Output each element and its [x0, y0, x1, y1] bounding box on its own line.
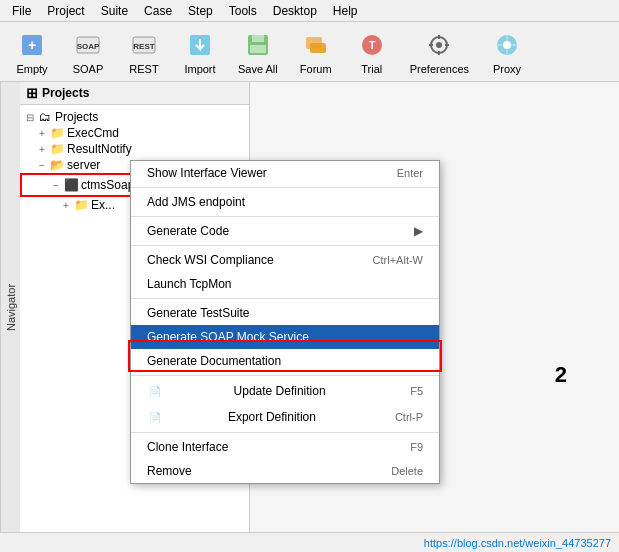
- tree-projects-label: Projects: [55, 110, 98, 124]
- statusbar-url: https://blog.csdn.net/weixin_44735277: [424, 537, 611, 549]
- ctx-clone-interface-shortcut: F9: [410, 441, 423, 453]
- toolbar-soap-label: SOAP: [73, 63, 104, 75]
- ctx-generate-testsuite[interactable]: Generate TestSuite: [131, 301, 439, 325]
- ctx-export-definition[interactable]: 📄 Export Definition Ctrl-P: [131, 404, 439, 430]
- ctx-add-jms-label: Add JMS endpoint: [147, 195, 245, 209]
- ctx-generate-soap-mock-label: Generate SOAP Mock Service: [147, 330, 309, 344]
- menu-project[interactable]: Project: [39, 2, 92, 20]
- ctx-check-wsi-shortcut: Ctrl+Alt-W: [373, 254, 423, 266]
- navigator-tab[interactable]: Navigator: [0, 82, 20, 532]
- ctx-generate-code[interactable]: Generate Code ▶: [131, 219, 439, 243]
- menu-suite[interactable]: Suite: [93, 2, 136, 20]
- svg-rect-12: [310, 43, 326, 53]
- ctx-generate-testsuite-label: Generate TestSuite: [147, 306, 250, 320]
- toolbar-proxy-label: Proxy: [493, 63, 521, 75]
- ctx-generate-code-label: Generate Code: [147, 224, 229, 238]
- expand-icon-ctmssoapbinding: −: [50, 179, 62, 191]
- update-def-icon: 📄: [147, 383, 163, 399]
- svg-text:T: T: [368, 39, 375, 51]
- toolbar: + Empty SOAP SOAP REST REST: [0, 22, 619, 82]
- ctx-sep-3: [131, 245, 439, 246]
- ctx-sep-1: [131, 187, 439, 188]
- menu-step[interactable]: Step: [180, 2, 221, 20]
- tree-projects-root[interactable]: ⊟ 🗂 Projects: [20, 109, 249, 125]
- toolbar-trial-label: Trial: [361, 63, 382, 75]
- toolbar-preferences-label: Preferences: [410, 63, 469, 75]
- tree-execcmd[interactable]: + 📁 ExecCmd: [20, 125, 249, 141]
- panel-header: ⊞ Projects: [20, 82, 249, 105]
- toolbar-saveall-button[interactable]: Save All: [232, 25, 284, 79]
- menu-desktop[interactable]: Desktop: [265, 2, 325, 20]
- soap-icon: SOAP: [72, 29, 104, 61]
- ctx-update-definition-shortcut: F5: [410, 385, 423, 397]
- context-menu: Show Interface Viewer Enter Add JMS endp…: [130, 160, 440, 484]
- preferences-icon: [423, 29, 455, 61]
- folder-icon-execcmd: 📁: [50, 126, 64, 140]
- statusbar: https://blog.csdn.net/weixin_44735277: [0, 532, 619, 552]
- toolbar-preferences-button[interactable]: Preferences: [404, 25, 475, 79]
- menu-case[interactable]: Case: [136, 2, 180, 20]
- folder-icon-resultnotify: 📁: [50, 142, 64, 156]
- ctx-update-definition[interactable]: 📄 Update Definition F5: [131, 378, 439, 404]
- tree-resultnotify[interactable]: + 📁 ResultNotify: [20, 141, 249, 157]
- menubar: File Project Suite Case Step Tools Deskt…: [0, 0, 619, 22]
- toolbar-soap-button[interactable]: SOAP SOAP: [64, 25, 112, 79]
- ctx-sep-4: [131, 298, 439, 299]
- toolbar-import-button[interactable]: Import: [176, 25, 224, 79]
- svg-text:REST: REST: [133, 42, 154, 51]
- folder-icon-ex: 📁: [74, 198, 88, 212]
- ctx-launch-tcpmon[interactable]: Launch TcpMon: [131, 272, 439, 296]
- svg-text:SOAP: SOAP: [77, 42, 100, 51]
- wsdl-icon-ctmssoapbinding: ⬛: [64, 178, 78, 192]
- ctx-remove-label: Remove: [147, 464, 192, 478]
- expand-icon-ex: +: [60, 199, 72, 211]
- toolbar-proxy-button[interactable]: Proxy: [483, 25, 531, 79]
- expand-icon-projects: ⊟: [24, 111, 36, 123]
- ctx-export-definition-shortcut: Ctrl-P: [395, 411, 423, 423]
- ctx-show-interface-viewer[interactable]: Show Interface Viewer Enter: [131, 161, 439, 185]
- svg-rect-10: [250, 45, 266, 53]
- export-def-icon: 📄: [147, 409, 163, 425]
- ctx-clone-interface[interactable]: Clone Interface F9: [131, 435, 439, 459]
- ctx-add-jms[interactable]: Add JMS endpoint: [131, 190, 439, 214]
- expand-icon-server: −: [36, 159, 48, 171]
- save-icon: [242, 29, 274, 61]
- ctx-clone-interface-label: Clone Interface: [147, 440, 228, 454]
- proxy-icon: [491, 29, 523, 61]
- folder-icon-server: 📂: [50, 158, 64, 172]
- empty-icon: +: [16, 29, 48, 61]
- toolbar-saveall-label: Save All: [238, 63, 278, 75]
- ctx-generate-docs-label: Generate Documentation: [147, 354, 281, 368]
- ctx-launch-tcpmon-label: Launch TcpMon: [147, 277, 232, 291]
- ctx-remove[interactable]: Remove Delete: [131, 459, 439, 483]
- expand-icon-resultnotify: +: [36, 143, 48, 155]
- tree-server-label: server: [67, 158, 100, 172]
- ctx-check-wsi[interactable]: Check WSI Compliance Ctrl+Alt-W: [131, 248, 439, 272]
- svg-point-16: [436, 42, 442, 48]
- tree-execcmd-label: ExecCmd: [67, 126, 119, 140]
- ctx-sep-5: [131, 375, 439, 376]
- ctx-generate-soap-mock[interactable]: Generate SOAP Mock Service: [131, 325, 439, 349]
- menu-help[interactable]: Help: [325, 2, 366, 20]
- menu-tools[interactable]: Tools: [221, 2, 265, 20]
- ctx-export-definition-label: Export Definition: [228, 410, 316, 424]
- toolbar-import-label: Import: [184, 63, 215, 75]
- ctx-sep-6: [131, 432, 439, 433]
- toolbar-forum-button[interactable]: Forum: [292, 25, 340, 79]
- folder-icon-projects: 🗂: [38, 110, 52, 124]
- ctx-sep-2: [131, 216, 439, 217]
- toolbar-forum-label: Forum: [300, 63, 332, 75]
- ctx-show-interface-viewer-label: Show Interface Viewer: [147, 166, 267, 180]
- ctx-generate-docs[interactable]: Generate Documentation: [131, 349, 439, 373]
- toolbar-empty-button[interactable]: + Empty: [8, 25, 56, 79]
- svg-text:+: +: [28, 37, 36, 53]
- ctx-remove-shortcut: Delete: [391, 465, 423, 477]
- panel-title: Projects: [42, 86, 89, 100]
- menu-file[interactable]: File: [4, 2, 39, 20]
- ctx-update-definition-label: Update Definition: [234, 384, 326, 398]
- toolbar-trial-button[interactable]: T Trial: [348, 25, 396, 79]
- tree-ex-label: Ex...: [91, 198, 115, 212]
- toolbar-rest-button[interactable]: REST REST: [120, 25, 168, 79]
- ctx-generate-code-arrow: ▶: [414, 224, 423, 238]
- rest-icon: REST: [128, 29, 160, 61]
